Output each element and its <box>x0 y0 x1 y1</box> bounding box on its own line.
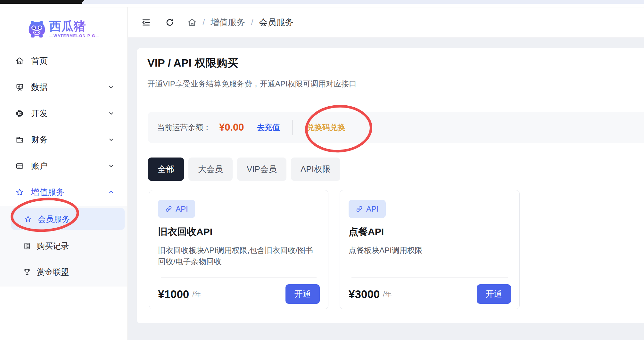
reload-icon[interactable] <box>165 18 175 27</box>
card-price: ¥1000 <box>158 288 189 301</box>
chevron-down-icon <box>107 136 115 143</box>
sidebar-item-account[interactable]: 账户 <box>0 153 127 179</box>
breadcrumb-home-icon[interactable] <box>187 18 197 27</box>
balance-bar: 当前运营余额： ¥0.00 去充值 兑换码兑换 <box>148 112 644 143</box>
sidebar-item-value-added-services[interactable]: 增值服务 <box>0 179 127 205</box>
chevron-down-icon <box>107 109 115 117</box>
sidebar-menu: 首页 数据 开发 <box>0 48 127 205</box>
card-price-unit: /年 <box>383 289 392 299</box>
product-card: API 点餐API 点餐板块API调用权限 ¥3000 /年 开通 <box>340 190 520 309</box>
card-price: ¥3000 <box>349 288 380 301</box>
filter-tab-vip-member[interactable]: VIP会员 <box>237 158 286 181</box>
card-divider <box>351 277 508 278</box>
wallet-icon <box>15 135 24 144</box>
balance-label: 当前运营余额： <box>157 122 211 133</box>
breadcrumb-current: 会员服务 <box>259 17 293 28</box>
filter-tab-api[interactable]: API权限 <box>291 158 340 181</box>
card-price-unit: /年 <box>192 289 201 299</box>
card-title: 旧衣回收API <box>158 225 212 239</box>
sidebar-item-develop[interactable]: 开发 <box>0 100 127 126</box>
link-icon <box>356 205 363 213</box>
brand-tagline: —WATERMELON PIG— <box>49 34 100 38</box>
filter-tabs: 全部 大会员 VIP会员 API权限 <box>148 158 340 181</box>
link-icon <box>165 205 172 213</box>
pig-logo-icon <box>28 20 46 39</box>
card-title: 点餐API <box>349 225 384 239</box>
page-subtitle: 开通VIP享受业务结算免服务费，开通API权限可调用对应接口 <box>147 79 357 89</box>
breadcrumb-parent[interactable]: 增值服务 <box>211 17 245 28</box>
sidebar-item-purchase-history[interactable]: 购买记录 <box>0 232 127 259</box>
sidebar-item-data[interactable]: 数据 <box>0 74 127 100</box>
price-row: ¥1000 /年 开通 <box>158 284 320 304</box>
balance-amount: ¥0.00 <box>219 122 244 133</box>
brand-name: 西瓜猪 <box>49 20 100 33</box>
product-card: API 旧衣回收API 旧衣回收板块API调用权限,包含旧衣回收/图书回收/电子… <box>149 190 328 309</box>
title-divider <box>137 100 644 100</box>
home-icon <box>15 57 24 65</box>
redeem-code-link[interactable]: 兑换码兑换 <box>307 122 345 133</box>
browser-tab-strip <box>82 0 644 4</box>
credit-card-icon <box>15 162 24 170</box>
page-title: VIP / API 权限购买 <box>147 56 238 70</box>
price-row: ¥3000 /年 开通 <box>349 284 511 304</box>
activate-button[interactable]: 开通 <box>477 284 511 304</box>
filter-tab-big-member[interactable]: 大会员 <box>188 158 233 181</box>
breadcrumb-separator: / <box>251 18 253 28</box>
activate-button[interactable]: 开通 <box>285 284 320 304</box>
card-divider <box>161 277 317 278</box>
filter-tab-all[interactable]: 全部 <box>148 158 184 181</box>
star-icon <box>15 188 24 197</box>
window-top-dark-strip <box>0 0 88 4</box>
sidebar: 西瓜猪 —WATERMELON PIG— 首页 数据 <box>0 7 128 340</box>
balance-divider <box>292 120 293 135</box>
star-icon <box>24 215 32 223</box>
trophy-icon <box>23 268 31 276</box>
chevron-down-icon <box>107 83 115 91</box>
menu-fold-icon[interactable] <box>141 18 151 27</box>
sidebar-item-finance[interactable]: 财务 <box>0 126 127 153</box>
card-description: 旧衣回收板块API调用权限,包含旧衣回收/图书回收/电子杂物回收 <box>158 245 318 267</box>
content-panel: VIP / API 权限购买 开通VIP享受业务结算免服务费，开通API权限可调… <box>137 48 644 323</box>
app-window: 西瓜猪 —WATERMELON PIG— 首页 数据 <box>0 0 644 340</box>
sidebar-item-member-services[interactable]: 会员服务 <box>11 208 125 230</box>
logo: 西瓜猪 —WATERMELON PIG— <box>0 20 127 39</box>
card-description: 点餐板块API调用权限 <box>349 245 509 256</box>
document-list-icon <box>23 242 31 250</box>
chip-icon <box>15 109 24 118</box>
chart-board-icon <box>15 83 24 92</box>
sidebar-submenu: 会员服务 购买记录 赏金联盟 <box>0 206 127 287</box>
api-tag: API <box>158 200 195 218</box>
api-tag: API <box>349 200 386 218</box>
chevron-down-icon <box>107 162 115 170</box>
chevron-up-icon <box>107 188 115 196</box>
recharge-link[interactable]: 去充值 <box>257 122 280 133</box>
sidebar-item-bounty-alliance[interactable]: 赏金联盟 <box>0 258 127 285</box>
sidebar-item-home[interactable]: 首页 <box>0 48 127 74</box>
breadcrumb-separator: / <box>202 18 205 28</box>
topbar: / 增值服务 / 会员服务 <box>128 7 644 38</box>
